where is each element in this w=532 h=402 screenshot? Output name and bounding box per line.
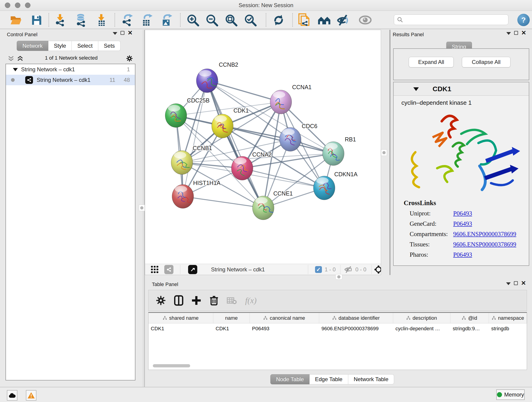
table-cell[interactable]: P06493 bbox=[250, 323, 319, 334]
open-session-icon[interactable] bbox=[9, 13, 23, 27]
node-RB1[interactable]: RB1 bbox=[323, 136, 356, 166]
export-image-icon[interactable] bbox=[159, 13, 173, 27]
network-row[interactable]: String Network – cdk1 11 48 bbox=[6, 75, 135, 85]
network-view-icon[interactable] bbox=[164, 265, 173, 274]
network-collection-row[interactable]: String Network – cdk1 1 bbox=[6, 64, 135, 75]
gene-header-row[interactable]: CDK1 bbox=[394, 82, 529, 96]
table-cell[interactable]: CDK1 bbox=[213, 323, 250, 334]
tab-sets[interactable]: Sets bbox=[98, 41, 120, 51]
column-header-name[interactable]: name bbox=[213, 313, 250, 323]
column-header-namespace[interactable]: namespace bbox=[489, 313, 527, 323]
node-table[interactable]: shared namenamecanonical namedatabase id… bbox=[148, 312, 527, 370]
search-field[interactable] bbox=[394, 14, 508, 25]
table-cell[interactable]: stringdb:9… bbox=[450, 323, 489, 334]
panel-maximize-icon[interactable] bbox=[514, 31, 518, 35]
crosslink-label: GeneCard: bbox=[410, 220, 453, 227]
zoom-selected-icon[interactable] bbox=[244, 13, 257, 27]
show-all-icon[interactable] bbox=[359, 13, 372, 27]
table-h-scrollbar[interactable] bbox=[149, 364, 525, 368]
node-CCNB1[interactable]: CCNB1 bbox=[171, 145, 212, 174]
node-HIST1H1A[interactable]: HIST1H1A bbox=[172, 180, 221, 208]
panel-float-icon[interactable] bbox=[506, 32, 511, 35]
column-header-shared-name[interactable]: shared name bbox=[148, 313, 213, 323]
clone-network-icon[interactable] bbox=[298, 13, 311, 27]
splitter-handle[interactable] bbox=[139, 205, 145, 211]
crosslink-link[interactable]: P06493 bbox=[453, 210, 472, 217]
first-neighbors-icon[interactable] bbox=[317, 13, 331, 27]
network-graph[interactable]: CCNB2CCNA1CDC25BCDK1CDC6RB1CCNB1CCNA2CDK… bbox=[145, 30, 381, 264]
hide-selected-icon[interactable] bbox=[336, 13, 350, 27]
search-input[interactable] bbox=[403, 17, 504, 23]
edge-CCNB2-CCNE1[interactable] bbox=[207, 81, 263, 208]
table-settings-gear-icon[interactable] bbox=[156, 295, 166, 306]
column-header-description[interactable]: description bbox=[393, 313, 450, 323]
crosslink-link[interactable]: P06493 bbox=[453, 251, 472, 258]
delete-column-trash-icon[interactable] bbox=[209, 295, 219, 306]
table-cell[interactable]: stringdb bbox=[489, 323, 527, 334]
table-row[interactable]: CDK1CDK1P064939606.ENSP00000378699cyclin… bbox=[148, 323, 527, 334]
edge-HIST1H1A-CCNE1[interactable] bbox=[183, 196, 263, 208]
scrollbar-thumb[interactable] bbox=[153, 364, 190, 367]
results-panel-splitter[interactable] bbox=[381, 30, 392, 279]
panel-close-icon[interactable]: ✕ bbox=[521, 31, 526, 35]
table-panel-splitter[interactable] bbox=[145, 275, 532, 280]
column-header-canonical-name[interactable]: canonical name bbox=[250, 313, 319, 323]
export-network-icon[interactable] bbox=[120, 13, 134, 27]
node-CCNA1[interactable]: CCNA1 bbox=[270, 84, 312, 114]
crosslink-link[interactable]: P06493 bbox=[453, 220, 472, 227]
panel-float-icon[interactable] bbox=[506, 282, 511, 285]
tab-network-table[interactable]: Network Table bbox=[348, 374, 394, 384]
detach-view-icon[interactable] bbox=[188, 265, 197, 274]
network-view-toolbar: String Network – cdk1 ✓ 1 - 0 0 - 0 bbox=[145, 264, 381, 275]
show-columns-icon[interactable] bbox=[174, 295, 183, 306]
node-CCNE1[interactable]: CCNE1 bbox=[253, 190, 293, 220]
expand-all-button[interactable]: Expand All bbox=[409, 57, 454, 67]
crosslink-row: Compartments:9606.ENSP00000378699 bbox=[410, 230, 529, 238]
export-table-icon[interactable] bbox=[140, 13, 153, 27]
warnings-button[interactable] bbox=[26, 390, 36, 401]
refresh-icon[interactable] bbox=[272, 13, 285, 27]
column-header--id[interactable]: @id bbox=[450, 313, 489, 323]
tab-select[interactable]: Select bbox=[72, 41, 98, 51]
tab-style[interactable]: Style bbox=[48, 41, 72, 51]
import-table-icon[interactable] bbox=[94, 13, 108, 27]
zoom-in-icon[interactable] bbox=[186, 13, 200, 27]
collapse-all-button[interactable]: Collapse All bbox=[462, 57, 510, 67]
panel-float-icon[interactable] bbox=[113, 32, 117, 35]
gear-icon[interactable] bbox=[126, 55, 133, 62]
selected-checkbox-icon[interactable]: ✓ bbox=[315, 266, 322, 273]
gene-expander-icon[interactable] bbox=[413, 87, 419, 91]
tab-edge-table[interactable]: Edge Table bbox=[310, 374, 348, 384]
help-button[interactable]: ? bbox=[517, 14, 530, 26]
crosslink-link[interactable]: 9606.ENSP00000378699 bbox=[453, 230, 516, 238]
edge-CCNB2-CCNA1[interactable] bbox=[207, 81, 281, 102]
tab-node-table[interactable]: Node Table bbox=[270, 374, 310, 384]
control-panel-splitter[interactable] bbox=[143, 30, 145, 387]
panel-maximize-icon[interactable] bbox=[120, 31, 124, 35]
panel-close-icon[interactable]: ✕ bbox=[128, 31, 133, 35]
import-network-database-icon[interactable] bbox=[74, 13, 88, 27]
save-session-icon[interactable] bbox=[30, 13, 44, 27]
zoom-out-icon[interactable] bbox=[205, 13, 219, 27]
cloud-button[interactable] bbox=[7, 390, 17, 401]
node-label-CCNB1: CCNB1 bbox=[193, 145, 212, 151]
column-header-database-identifier[interactable]: database identifier bbox=[319, 313, 393, 323]
import-network-file-icon[interactable] bbox=[53, 13, 67, 27]
edge-CCNA2-CDKN1A[interactable] bbox=[242, 168, 324, 188]
zoom-fit-icon[interactable] bbox=[224, 13, 238, 27]
collection-expander-icon[interactable] bbox=[13, 68, 18, 71]
tab-network[interactable]: Network bbox=[17, 41, 48, 51]
node-CDKN1A[interactable]: CDKN1A bbox=[313, 171, 358, 200]
table-cell[interactable]: 9606.ENSP00000378699 bbox=[319, 323, 393, 334]
splitter-handle[interactable] bbox=[381, 149, 387, 156]
network-canvas[interactable]: CCNB2CCNA1CDC25BCDK1CDC6RB1CCNB1CCNA2CDK… bbox=[145, 30, 381, 275]
panel-close-icon[interactable]: ✕ bbox=[521, 281, 526, 285]
splitter-handle[interactable] bbox=[336, 274, 342, 280]
crosslink-link[interactable]: 9606.ENSP00000378699 bbox=[453, 241, 516, 248]
table-cell[interactable]: CDK1 bbox=[148, 323, 213, 334]
grid-mode-icon[interactable] bbox=[151, 266, 159, 273]
memory-button[interactable]: Memory bbox=[496, 389, 525, 400]
panel-maximize-icon[interactable] bbox=[514, 281, 518, 285]
create-column-plus-icon[interactable] bbox=[191, 296, 201, 305]
table-cell[interactable]: cyclin-dependent … bbox=[393, 323, 450, 334]
